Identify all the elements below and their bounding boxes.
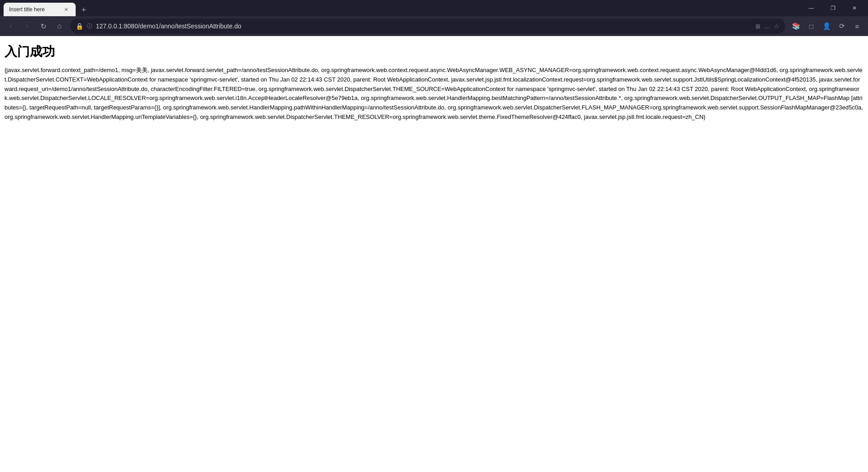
nav-bar: ‹ › ↻ ⌂ 🔒 ⓘ ⊞ … ☆ 📚 □ 👤 ⟳ ≡ (0, 16, 868, 36)
home-button[interactable]: ⌂ (52, 19, 67, 33)
window-controls: — ❐ ✕ (801, 1, 864, 15)
menu-button[interactable]: ≡ (850, 19, 864, 33)
forward-button[interactable]: › (20, 19, 34, 33)
profile-button[interactable]: 👤 (819, 19, 834, 33)
nav-right-icons: 📚 □ 👤 ⟳ ≡ (789, 19, 864, 33)
page-body: {javax.servlet.forward.context_path=/dem… (5, 66, 863, 122)
close-button[interactable]: ✕ (845, 1, 864, 15)
page-heading: 入门成功 (5, 43, 863, 60)
new-tab-button[interactable]: + (77, 4, 90, 16)
refresh-button[interactable]: ↻ (36, 19, 50, 33)
restore-button[interactable]: ❐ (823, 1, 843, 15)
sync-button[interactable]: ⟳ (835, 19, 849, 33)
tab-area: Insert title here × + (4, 0, 801, 16)
page-content: 入门成功 {javax.servlet.forward.context_path… (0, 36, 868, 472)
browser-tab[interactable]: Insert title here × (4, 3, 76, 16)
collections-button[interactable]: □ (804, 19, 818, 33)
info-icon: ⓘ (87, 23, 92, 30)
address-bar[interactable] (96, 23, 752, 30)
back-button[interactable]: ‹ (4, 19, 18, 33)
library-button[interactable]: 📚 (789, 19, 803, 33)
minimize-button[interactable]: — (801, 1, 821, 15)
tab-title: Insert title here (9, 6, 59, 13)
address-bar-container: 🔒 ⓘ ⊞ … ☆ (70, 18, 785, 34)
tab-close-button[interactable]: × (62, 5, 70, 14)
security-lock-icon: 🔒 (76, 23, 83, 30)
extensions-icon[interactable]: ⊞ (755, 23, 760, 30)
title-bar: Insert title here × + — ❐ ✕ (0, 0, 868, 16)
more-icon[interactable]: … (764, 23, 770, 30)
favorites-icon[interactable]: ☆ (774, 23, 780, 30)
